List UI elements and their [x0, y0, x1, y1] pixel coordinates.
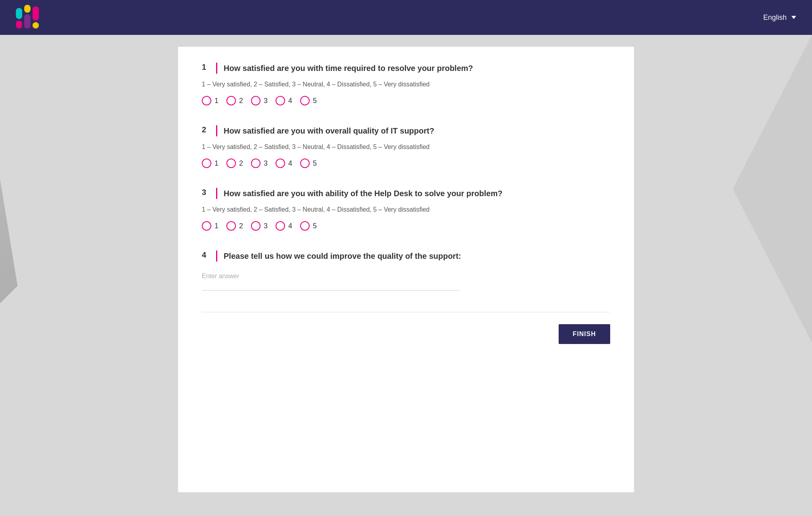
radio-option-2-3[interactable]: 3: [251, 159, 268, 168]
radio-group-2: 1 2 3 4 5: [202, 159, 610, 168]
radio-input-1-2[interactable]: [226, 96, 236, 105]
question-block-3: 3 How satisfied are you with ability of …: [202, 188, 610, 231]
radio-input-1-5[interactable]: [300, 96, 310, 105]
radio-label-3-4: 4: [288, 222, 292, 230]
question-divider-4: [216, 250, 217, 262]
logo-bar-group-1: [16, 8, 22, 29]
question-divider-2: [216, 125, 217, 136]
bg-triangle-right: [733, 35, 812, 420]
question-text-1: How satisfied are you with time required…: [224, 63, 473, 74]
bg-triangle-left: [0, 35, 56, 516]
radio-input-2-1[interactable]: [202, 159, 211, 168]
radio-input-2-5[interactable]: [300, 159, 310, 168]
radio-option-1-3[interactable]: 3: [251, 96, 268, 105]
logo-bar-group-2: [24, 5, 31, 29]
radio-label-3-5: 5: [313, 222, 317, 230]
logo: [16, 6, 39, 29]
radio-input-3-4[interactable]: [276, 221, 285, 231]
question-number-3: 3: [202, 188, 210, 197]
main-content: 1 How satisfied are you with time requir…: [0, 35, 812, 516]
radio-input-2-4[interactable]: [276, 159, 285, 168]
radio-group-1: 1 2 3 4 5: [202, 96, 610, 105]
radio-input-3-2[interactable]: [226, 221, 236, 231]
question-number-4: 4: [202, 250, 210, 260]
radio-option-3-1[interactable]: 1: [202, 221, 218, 231]
textarea-container: [202, 269, 610, 292]
question-number-2: 2: [202, 125, 210, 134]
radio-label-3-2: 2: [239, 222, 243, 230]
question-text-4: Please tell us how we could improve the …: [224, 250, 461, 262]
radio-option-1-4[interactable]: 4: [276, 96, 292, 105]
radio-input-2-2[interactable]: [226, 159, 236, 168]
radio-label-1-5: 5: [313, 97, 317, 105]
question-header-4: 4 Please tell us how we could improve th…: [202, 250, 610, 262]
radio-label-2-5: 5: [313, 159, 317, 168]
radio-label-3-3: 3: [264, 222, 268, 230]
radio-input-2-3[interactable]: [251, 159, 260, 168]
radio-input-1-4[interactable]: [276, 96, 285, 105]
question-number-1: 1: [202, 63, 210, 72]
radio-option-2-1[interactable]: 1: [202, 159, 218, 168]
scale-description-3: 1 – Very satisfied, 2 – Satisfied, 3 – N…: [202, 206, 610, 213]
logo-bar: [33, 6, 39, 21]
radio-input-1-1[interactable]: [202, 96, 211, 105]
question-block-1: 1 How satisfied are you with time requir…: [202, 63, 610, 105]
language-label: English: [763, 13, 787, 22]
question-text-3: How satisfied are you with ability of th…: [224, 188, 502, 199]
radio-input-3-1[interactable]: [202, 221, 211, 231]
footer-area: FINISH: [202, 324, 610, 344]
logo-bar: [33, 22, 39, 29]
radio-option-1-1[interactable]: 1: [202, 96, 218, 105]
logo-bar: [24, 5, 31, 13]
logo-bars: [16, 6, 39, 29]
radio-input-1-3[interactable]: [251, 96, 260, 105]
radio-label-1-4: 4: [288, 97, 292, 105]
radio-label-1-3: 3: [264, 97, 268, 105]
question-divider-3: [216, 188, 217, 199]
radio-option-2-2[interactable]: 2: [226, 159, 243, 168]
radio-option-2-5[interactable]: 5: [300, 159, 317, 168]
radio-group-3: 1 2 3 4 5: [202, 221, 610, 231]
radio-option-3-2[interactable]: 2: [226, 221, 243, 231]
radio-label-2-4: 4: [288, 159, 292, 168]
radio-label-2-1: 1: [214, 159, 218, 168]
radio-input-3-5[interactable]: [300, 221, 310, 231]
survey-form: 1 How satisfied are you with time requir…: [178, 47, 634, 492]
radio-label-2-3: 3: [264, 159, 268, 168]
question-text-2: How satisfied are you with overall quali…: [224, 125, 434, 136]
header: English: [0, 0, 812, 35]
radio-option-3-5[interactable]: 5: [300, 221, 317, 231]
radio-option-1-5[interactable]: 5: [300, 96, 317, 105]
radio-option-3-3[interactable]: 3: [251, 221, 268, 231]
answer-textarea[interactable]: [202, 269, 460, 290]
radio-input-3-3[interactable]: [251, 221, 260, 231]
radio-label-1-2: 2: [239, 97, 243, 105]
logo-bar: [24, 14, 31, 29]
question-block-4: 4 Please tell us how we could improve th…: [202, 250, 610, 292]
radio-label-2-2: 2: [239, 159, 243, 168]
radio-option-3-4[interactable]: 4: [276, 221, 292, 231]
language-selector[interactable]: English: [763, 13, 796, 22]
scale-description-1: 1 – Very satisfied, 2 – Satisfied, 3 – N…: [202, 81, 610, 88]
radio-label-3-1: 1: [214, 222, 218, 230]
logo-bar: [16, 21, 22, 29]
question-header-1: 1 How satisfied are you with time requir…: [202, 63, 610, 74]
logo-bar: [16, 8, 22, 19]
question-header-3: 3 How satisfied are you with ability of …: [202, 188, 610, 199]
logo-bar-group-3: [33, 6, 39, 29]
question-header-2: 2 How satisfied are you with overall qua…: [202, 125, 610, 136]
finish-button[interactable]: FINISH: [559, 324, 610, 344]
radio-option-1-2[interactable]: 2: [226, 96, 243, 105]
radio-option-2-4[interactable]: 4: [276, 159, 292, 168]
scale-description-2: 1 – Very satisfied, 2 – Satisfied, 3 – N…: [202, 143, 610, 151]
radio-label-1-1: 1: [214, 97, 218, 105]
question-divider-1: [216, 63, 217, 74]
chevron-down-icon: [791, 16, 796, 19]
divider: [202, 312, 610, 312]
question-block-2: 2 How satisfied are you with overall qua…: [202, 125, 610, 168]
